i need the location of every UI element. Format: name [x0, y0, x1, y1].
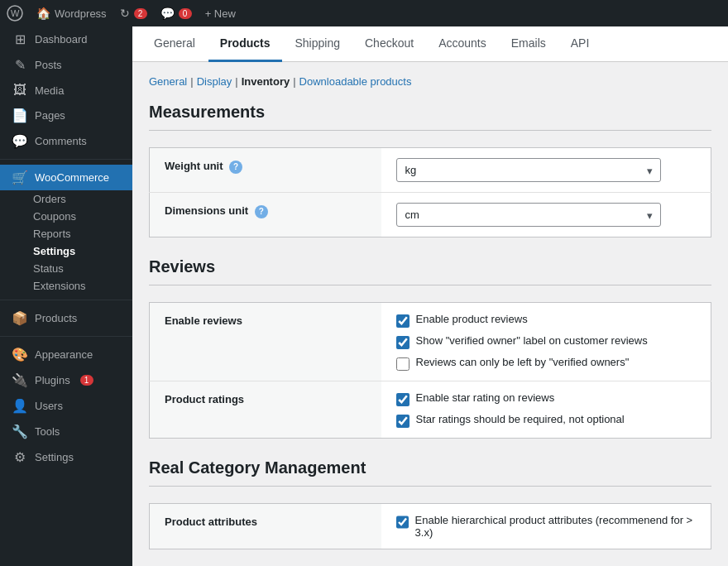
tab-products[interactable]: Products	[208, 26, 282, 62]
sidebar-label-products: Products	[35, 312, 77, 324]
checkbox-star-rating-required: Star ratings should be required, not opt…	[396, 413, 697, 428]
star-rating-required-checkbox[interactable]	[396, 415, 410, 428]
show-verified-owner-checkbox[interactable]	[396, 336, 410, 349]
comments-sidebar-icon: 💬	[12, 133, 28, 149]
wp-logo-item[interactable]: W	[7, 5, 23, 22]
weight-unit-select-wrapper: kg g lbs oz ▾	[396, 158, 661, 182]
breadcrumb-display[interactable]: Display	[197, 75, 232, 88]
settings-content: General | Display | Inventory | Download…	[132, 62, 728, 566]
sidebar-item-appearance[interactable]: 🎨 Appearance	[0, 342, 132, 367]
reviews-table: Enable reviews Enable product reviews Sh…	[149, 302, 711, 439]
tab-accounts[interactable]: Accounts	[427, 26, 498, 62]
sidebar-item-pages[interactable]: 📄 Pages	[0, 103, 132, 128]
tab-general[interactable]: General	[142, 26, 207, 62]
checkbox-hierarchical-attributes: Enable hierarchical product attributes (…	[396, 514, 697, 539]
dimensions-unit-cell: cm m mm in yd ▾	[381, 193, 711, 237]
dimensions-unit-select-wrapper: cm m mm in yd ▾	[396, 203, 661, 227]
sidebar-item-products[interactable]: 📦 Products	[0, 305, 132, 331]
sidebar-item-users[interactable]: 👤 Users	[0, 393, 132, 419]
sidebar-item-woocommerce[interactable]: 🛒 WooCommerce	[0, 165, 132, 190]
enable-reviews-cell: Enable product reviews Show "verified ow…	[381, 303, 711, 381]
weight-unit-row: Weight unit ? kg g lbs oz ▾	[150, 148, 711, 193]
updates-item[interactable]: ↻ 2	[120, 7, 147, 20]
users-icon: 👤	[12, 398, 28, 414]
tools-icon: 🔧	[12, 424, 28, 439]
sidebar-divider-3	[0, 336, 132, 337]
sidebar-item-comments[interactable]: 💬 Comments	[0, 128, 132, 154]
measurements-table: Weight unit ? kg g lbs oz ▾	[149, 147, 711, 237]
tab-api[interactable]: API	[559, 26, 601, 62]
star-rating-required-label: Star ratings should be required, not opt…	[416, 413, 625, 425]
reviews-heading: Reviews	[149, 257, 711, 285]
tab-emails[interactable]: Emails	[500, 26, 558, 62]
sidebar-label-posts: Posts	[35, 59, 62, 71]
settings-icon: ⚙	[12, 449, 28, 465]
breadcrumb-inventory[interactable]: Inventory	[242, 75, 290, 88]
hierarchical-attributes-label: Enable hierarchical product attributes (…	[415, 514, 696, 539]
measurements-heading: Measurements	[149, 103, 711, 131]
dashboard-icon: ⊞	[12, 31, 28, 47]
plugins-badge: 1	[80, 375, 93, 386]
sidebar-item-dashboard[interactable]: ⊞ Dashboard	[0, 26, 132, 52]
media-icon: 🖼	[12, 83, 28, 98]
reviews-verified-only-label: Reviews can only be left by "verified ow…	[416, 356, 630, 368]
sidebar-item-settings[interactable]: ⚙ Settings	[0, 444, 132, 470]
enable-product-reviews-checkbox[interactable]	[396, 314, 410, 328]
sidebar-item-posts[interactable]: ✎ Posts	[0, 52, 132, 78]
sidebar-sub-reports[interactable]: Reports	[0, 225, 132, 242]
sidebar-divider-2	[0, 300, 132, 300]
product-attributes-cell: Enable hierarchical product attributes (…	[381, 504, 711, 549]
breadcrumb: General | Display | Inventory | Download…	[149, 75, 711, 88]
orders-label: Orders	[33, 193, 66, 205]
enable-star-rating-checkbox[interactable]	[396, 393, 410, 406]
sidebar: ⊞ Dashboard ✎ Posts 🖼 Media 📄 Pages 💬 Co…	[0, 26, 132, 566]
sidebar-sub-coupons[interactable]: Coupons	[0, 208, 132, 225]
updates-icon: ↻	[120, 7, 130, 20]
sidebar-label-plugins: Plugins	[35, 374, 70, 386]
breadcrumb-downloadable[interactable]: Downloadable products	[299, 75, 412, 88]
sidebar-sub-orders[interactable]: Orders	[0, 190, 132, 208]
weight-unit-cell: kg g lbs oz ▾	[381, 148, 711, 193]
sidebar-item-plugins[interactable]: 🔌 Plugins 1	[0, 367, 132, 393]
sidebar-label-settings2: Settings	[35, 451, 74, 463]
checkbox-show-verified-owner: Show "verified owner" label on customer …	[396, 334, 697, 349]
breadcrumb-general[interactable]: General	[149, 75, 187, 88]
sidebar-sub-status[interactable]: Status	[0, 260, 132, 277]
breadcrumb-sep-1: |	[190, 75, 193, 88]
sidebar-item-tools[interactable]: 🔧 Tools	[0, 419, 132, 444]
posts-icon: ✎	[12, 57, 28, 73]
tab-checkout[interactable]: Checkout	[353, 26, 425, 62]
main-content: General Products Shipping Checkout Accou…	[132, 26, 728, 566]
sidebar-label-pages: Pages	[35, 109, 65, 122]
sidebar-label-woocommerce: WooCommerce	[35, 171, 109, 184]
reviews-verified-only-checkbox[interactable]	[396, 357, 410, 371]
dimensions-unit-help-icon[interactable]: ?	[255, 205, 268, 218]
extensions-label: Extensions	[33, 280, 86, 292]
weight-unit-select[interactable]: kg g lbs oz	[396, 158, 661, 182]
products-icon: 📦	[12, 310, 28, 326]
sidebar-sub-extensions[interactable]: Extensions	[0, 277, 132, 295]
tab-shipping[interactable]: Shipping	[284, 26, 352, 62]
product-ratings-cell: Enable star rating on reviews Star ratin…	[381, 381, 711, 439]
woocommerce-icon: 🛒	[12, 170, 28, 185]
dimensions-unit-label: Dimensions unit ?	[150, 193, 381, 237]
enable-product-reviews-label: Enable product reviews	[416, 313, 528, 325]
comments-icon: 💬	[160, 7, 175, 20]
breadcrumb-sep-2: |	[235, 75, 237, 88]
dimensions-unit-select[interactable]: cm m mm in yd	[396, 203, 661, 227]
site-name: Wordpress	[55, 7, 107, 20]
weight-unit-help-icon[interactable]: ?	[229, 161, 242, 174]
show-verified-owner-label: Show "verified owner" label on customer …	[416, 334, 648, 347]
site-name-item[interactable]: 🏠 Wordpress	[36, 7, 107, 20]
enable-reviews-row: Enable reviews Enable product reviews Sh…	[150, 303, 711, 381]
sidebar-sub-settings[interactable]: Settings	[0, 242, 132, 260]
new-item[interactable]: + New	[205, 7, 236, 20]
sidebar-item-media[interactable]: 🖼 Media	[0, 78, 132, 103]
comments-item[interactable]: 💬 0	[160, 7, 192, 20]
svg-text:W: W	[11, 8, 20, 18]
hierarchical-attributes-checkbox[interactable]	[396, 516, 409, 529]
sidebar-label-tools: Tools	[35, 425, 60, 438]
dimensions-unit-row: Dimensions unit ? cm m mm in yd	[150, 193, 711, 237]
enable-reviews-label: Enable reviews	[150, 303, 381, 381]
breadcrumb-sep-3: |	[293, 75, 295, 88]
